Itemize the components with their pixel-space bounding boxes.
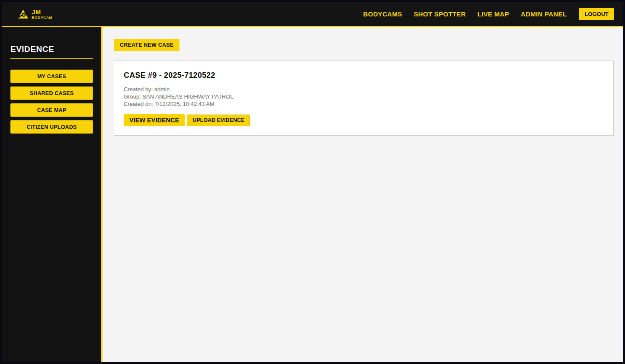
body-row: EVIDENCE MY CASES SHARED CASES CASE MAP … xyxy=(2,27,623,362)
sidebar-divider xyxy=(10,58,93,59)
case-group: Group: SAN ANDREAS HIGHWAY PATROL xyxy=(124,93,604,100)
brand-subtitle: BODYCAM xyxy=(32,16,52,20)
brand: JM BODYCAM xyxy=(18,9,52,20)
nav-item-admin-panel[interactable]: ADMIN PANEL xyxy=(521,10,567,18)
sidebar-item-my-cases[interactable]: MY CASES xyxy=(10,70,93,83)
nav-item-live-map[interactable]: LIVE MAP xyxy=(478,10,509,18)
main-content: CREATE NEW CASE CASE #9 - 2025-7120522 C… xyxy=(103,27,623,362)
evidence-sidebar: EVIDENCE MY CASES SHARED CASES CASE MAP … xyxy=(2,27,103,362)
nav-item-bodycams[interactable]: BODYCAMS xyxy=(363,10,402,18)
case-created-on: Created on: 7/12/2025, 10:42:43 AM xyxy=(124,100,604,108)
sidebar-item-case-map[interactable]: CASE MAP xyxy=(10,103,93,117)
nav-item-shot-spotter[interactable]: SHOT SPOTTER xyxy=(414,10,466,18)
brand-title: JM xyxy=(32,9,52,15)
sidebar-title: EVIDENCE xyxy=(10,45,93,54)
app-frame: JM BODYCAM BODYCAMS SHOT SPOTTER LIVE MA… xyxy=(2,2,623,362)
case-created-by: Created by: admin xyxy=(124,86,604,93)
case-meta: Created by: admin Group: SAN ANDREAS HIG… xyxy=(124,86,604,108)
sidebar-item-shared-cases[interactable]: SHARED CASES xyxy=(10,86,93,100)
view-evidence-button[interactable]: VIEW EVIDENCE xyxy=(124,114,185,126)
top-navbar: JM BODYCAM BODYCAMS SHOT SPOTTER LIVE MA… xyxy=(2,2,623,27)
nav-links: BODYCAMS SHOT SPOTTER LIVE MAP ADMIN PAN… xyxy=(363,8,614,20)
upload-evidence-button[interactable]: UPLOAD EVIDENCE xyxy=(187,115,250,126)
create-new-case-button[interactable]: CREATE NEW CASE xyxy=(114,39,179,51)
case-actions: VIEW EVIDENCE UPLOAD EVIDENCE xyxy=(124,114,604,126)
logout-button[interactable]: LOGOUT xyxy=(579,8,614,20)
sidebar-item-citizen-uploads[interactable]: CITIZEN UPLOADS xyxy=(10,120,93,134)
case-card: CASE #9 - 2025-7120522 Created by: admin… xyxy=(114,61,614,136)
brand-text: JM BODYCAM xyxy=(32,9,52,20)
case-title: CASE #9 - 2025-7120522 xyxy=(124,71,604,80)
jm-bodycam-logo-icon xyxy=(18,9,29,19)
